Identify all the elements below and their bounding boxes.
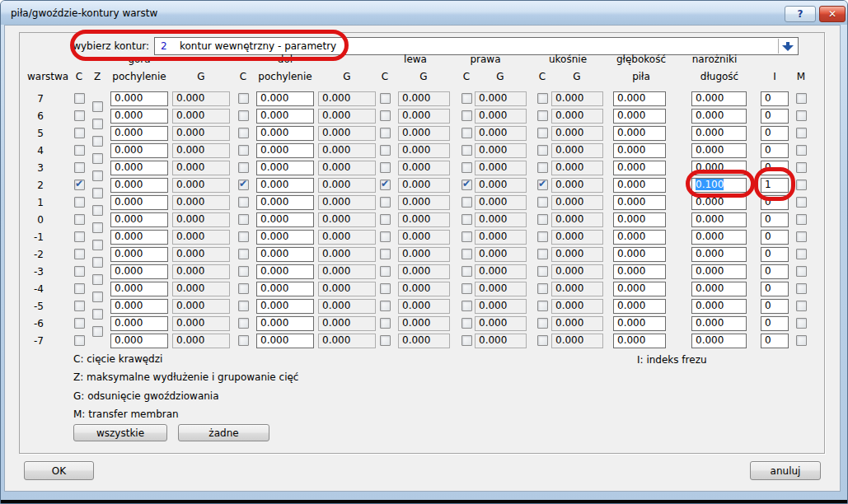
checkbox-c-gora[interactable] xyxy=(74,110,85,121)
field-glebokosc-pila[interactable]: 0.000 xyxy=(613,299,666,314)
checkbox-c-lewa[interactable] xyxy=(380,197,391,208)
field-indeks[interactable]: 0 xyxy=(761,264,789,279)
checkbox-c-ukosnie[interactable] xyxy=(537,249,548,259)
checkbox-c-ukosnie[interactable] xyxy=(537,93,548,104)
checkbox-c-dol[interactable]: ✔ xyxy=(238,180,249,190)
checkbox-c-ukosnie[interactable] xyxy=(537,128,548,138)
field-gora-pochylenie[interactable]: 0.000 xyxy=(110,316,168,331)
checkbox-c-prawa[interactable] xyxy=(461,110,472,121)
field-naroznik-dlugosc[interactable]: 0.000 xyxy=(691,299,747,314)
checkbox-c-prawa[interactable] xyxy=(461,335,472,346)
select-none-button[interactable]: żadne xyxy=(178,424,269,441)
checkbox-m[interactable] xyxy=(796,145,807,156)
checkbox-c-lewa[interactable] xyxy=(380,249,391,259)
checkbox-c-gora[interactable] xyxy=(74,93,85,104)
checkbox-c-prawa[interactable] xyxy=(461,249,472,259)
checkbox-m[interactable] xyxy=(796,180,807,190)
checkbox-c-ukosnie[interactable] xyxy=(537,231,548,242)
checkbox-c-prawa[interactable]: ✔ xyxy=(461,180,472,190)
field-dol-pochylenie[interactable]: 0.000 xyxy=(256,178,314,193)
field-glebokosc-pila[interactable]: 0.000 xyxy=(613,282,666,296)
checkbox-c-prawa[interactable] xyxy=(461,301,472,311)
dropdown-arrow-icon[interactable] xyxy=(782,45,794,51)
checkbox-c-dol[interactable] xyxy=(238,301,249,311)
checkbox-m[interactable] xyxy=(796,93,807,104)
checkbox-c-lewa[interactable] xyxy=(380,128,391,138)
checkbox-m[interactable] xyxy=(796,128,807,138)
checkbox-m[interactable] xyxy=(796,214,807,225)
select-all-button[interactable]: wszystkie xyxy=(73,424,167,441)
field-gora-pochylenie[interactable]: 0.000 xyxy=(110,126,168,141)
field-gora-pochylenie[interactable]: 0.000 xyxy=(110,143,168,158)
field-indeks[interactable]: 0 xyxy=(761,91,789,106)
field-indeks[interactable]: 0 xyxy=(761,316,789,331)
checkbox-c-prawa[interactable] xyxy=(461,283,472,294)
checkbox-c-ukosnie[interactable]: ✔ xyxy=(537,180,548,190)
checkbox-c-prawa[interactable] xyxy=(461,231,472,242)
field-glebokosc-pila[interactable]: 0.000 xyxy=(613,334,666,348)
checkbox-c-dol[interactable] xyxy=(238,318,249,329)
checkbox-c-lewa[interactable] xyxy=(380,214,391,225)
field-naroznik-dlugosc[interactable]: 0.000 xyxy=(691,109,747,124)
checkbox-c-dol[interactable] xyxy=(238,283,249,294)
checkbox-c-gora[interactable] xyxy=(74,335,85,346)
field-dol-pochylenie[interactable]: 0.000 xyxy=(256,334,314,348)
checkbox-c-lewa[interactable] xyxy=(380,301,391,311)
field-naroznik-dlugosc[interactable]: 0.000 xyxy=(691,282,747,296)
field-dol-pochylenie[interactable]: 0.000 xyxy=(256,299,314,314)
checkbox-z[interactable] xyxy=(92,274,103,285)
field-glebokosc-pila[interactable]: 0.000 xyxy=(613,109,666,124)
field-glebokosc-pila[interactable]: 0.000 xyxy=(613,212,666,227)
checkbox-m[interactable] xyxy=(796,231,807,242)
titlebar[interactable]: piła/gwoździe-kontury warstw ? ✕ xyxy=(1,1,847,25)
checkbox-c-prawa[interactable] xyxy=(461,214,472,225)
checkbox-c-ukosnie[interactable] xyxy=(537,301,548,311)
checkbox-c-gora[interactable] xyxy=(74,283,85,294)
checkbox-c-prawa[interactable] xyxy=(461,162,472,173)
checkbox-z[interactable] xyxy=(92,205,103,216)
field-indeks[interactable]: 0 xyxy=(761,126,789,141)
field-indeks[interactable]: 0 xyxy=(761,247,789,262)
checkbox-c-lewa[interactable] xyxy=(380,162,391,173)
checkbox-c-ukosnie[interactable] xyxy=(537,214,548,225)
checkbox-c-ukosnie[interactable] xyxy=(537,162,548,173)
checkbox-c-gora[interactable] xyxy=(74,214,85,225)
field-naroznik-dlugosc[interactable]: 0.000 xyxy=(691,316,747,331)
checkbox-c-prawa[interactable] xyxy=(461,128,472,138)
field-dol-pochylenie[interactable]: 0.000 xyxy=(256,282,314,296)
checkbox-c-lewa[interactable] xyxy=(380,318,391,329)
field-dol-pochylenie[interactable]: 0.000 xyxy=(256,143,314,158)
checkbox-c-dol[interactable] xyxy=(238,93,249,104)
checkbox-c-ukosnie[interactable] xyxy=(537,283,548,294)
checkbox-c-prawa[interactable] xyxy=(461,266,472,277)
checkbox-m[interactable] xyxy=(796,110,807,121)
checkbox-c-gora[interactable] xyxy=(74,145,85,156)
checkbox-m[interactable] xyxy=(796,283,807,294)
field-glebokosc-pila[interactable]: 0.000 xyxy=(613,91,666,106)
checkbox-c-ukosnie[interactable] xyxy=(537,318,548,329)
field-indeks[interactable]: 0 xyxy=(761,195,789,210)
field-glebokosc-pila[interactable]: 0.000 xyxy=(613,161,666,175)
checkbox-z[interactable] xyxy=(92,101,103,112)
checkbox-c-lewa[interactable] xyxy=(380,335,391,346)
field-gora-pochylenie[interactable]: 0.000 xyxy=(110,230,168,245)
field-gora-pochylenie[interactable]: 0.000 xyxy=(110,109,168,124)
field-indeks[interactable]: 0 xyxy=(761,334,789,348)
checkbox-z[interactable] xyxy=(92,136,103,147)
checkbox-c-gora[interactable] xyxy=(74,266,85,277)
checkbox-z[interactable] xyxy=(92,170,103,181)
checkbox-c-ukosnie[interactable] xyxy=(537,145,548,156)
checkbox-z[interactable] xyxy=(92,240,103,250)
checkbox-c-gora[interactable] xyxy=(74,301,85,311)
field-indeks[interactable]: 0 xyxy=(761,230,789,245)
field-glebokosc-pila[interactable]: 0.000 xyxy=(613,247,666,262)
field-dol-pochylenie[interactable]: 0.000 xyxy=(256,161,314,175)
checkbox-c-ukosnie[interactable] xyxy=(537,266,548,277)
checkbox-c-lewa[interactable] xyxy=(380,110,391,121)
checkbox-c-dol[interactable] xyxy=(238,197,249,208)
field-naroznik-dlugosc[interactable]: 0.000 xyxy=(691,212,747,227)
field-naroznik-dlugosc[interactable]: 0.000 xyxy=(691,91,747,106)
field-dol-pochylenie[interactable]: 0.000 xyxy=(256,126,314,141)
checkbox-c-prawa[interactable] xyxy=(461,93,472,104)
checkbox-c-prawa[interactable] xyxy=(461,145,472,156)
